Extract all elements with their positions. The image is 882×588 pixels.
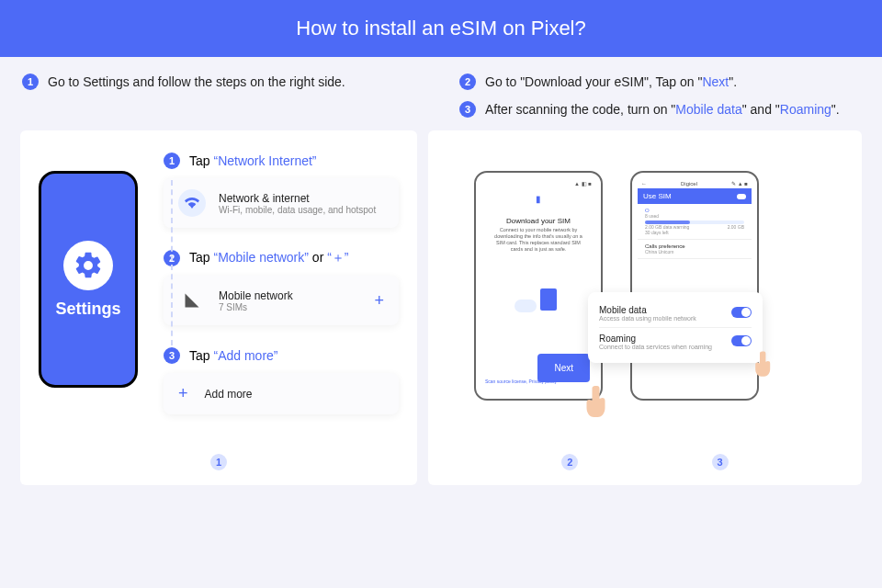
calls-pref-row[interactable]: Calls preference China Unicom — [638, 240, 752, 259]
roaming-title: Roaming — [599, 334, 712, 344]
panel-left: Settings 1 Tap “Network Internet” Networ… — [20, 130, 417, 485]
step-badge-1: 1 — [22, 74, 39, 90]
gear-icon-wrap — [63, 241, 113, 290]
instruction-1: 1 Go to Settings and follow the steps on… — [22, 74, 423, 90]
panels-row: Settings 1 Tap “Network Internet” Networ… — [0, 130, 882, 485]
roaming-row[interactable]: Roaming Connect to data services when ro… — [599, 327, 752, 356]
step-badge-3: 3 — [459, 101, 476, 118]
wifi-icon — [178, 189, 206, 217]
download-illustration — [481, 277, 595, 333]
plus-icon: + — [178, 384, 188, 403]
next-button[interactable]: Next — [537, 354, 590, 382]
plus-icon[interactable]: + — [374, 291, 384, 311]
header-title: How to install an eSIM on Pixel? — [296, 17, 586, 40]
gear-icon — [73, 250, 104, 281]
download-subtitle: Connect to your mobile network by downlo… — [481, 225, 595, 255]
highlight-roaming: Roaming — [780, 102, 831, 117]
cloud-icon — [514, 300, 537, 312]
download-sim-phone: ▲ ◧ ■ ▮ Download your SIM Connect to you… — [474, 171, 603, 401]
statusbar: ←Digicel✎ ▲ ■ — [638, 178, 752, 188]
sim-settings-phone: ←Digicel✎ ▲ ■ Use SIM O 8 used 2.00 GB d… — [630, 171, 759, 401]
settings-phone-mock: Settings — [39, 171, 138, 388]
step-1-badge: 1 — [164, 153, 180, 169]
footer-badge-3: 3 — [712, 454, 729, 470]
step-3-head: 3 Tap “Add more” — [164, 347, 399, 364]
page-header: How to install an eSIM on Pixel? — [0, 0, 882, 57]
step-2: 2 Tap “Mobile network” or “＋” Mobile net… — [164, 250, 399, 325]
step-2-highlight-b: “＋” — [327, 250, 348, 265]
card-sub: Wi-Fi, mobile, data usage, and hotspot — [219, 205, 376, 215]
statusbar: ▲ ◧ ■ — [481, 178, 595, 188]
instruction-right-col: 2 Go to "Download your eSIM", Tap on "Ne… — [459, 74, 860, 118]
panel-right-footer: 2 3 — [428, 454, 862, 470]
network-internet-card[interactable]: Network & internet Wi-Fi, mobile, data u… — [164, 178, 399, 228]
mobile-data-toggle[interactable] — [731, 307, 752, 318]
top-instructions: 1 Go to Settings and follow the steps on… — [0, 57, 882, 130]
step-3-badge: 3 — [164, 347, 180, 364]
steps-column: 1 Tap “Network Internet” Network & inter… — [164, 153, 399, 469]
instruction-2-text: Go to "Download your eSIM", Tap on "Next… — [485, 74, 737, 89]
hand-pointer-icon — [584, 384, 614, 421]
step-badge-2: 2 — [459, 74, 476, 90]
hand-pointer-icon — [753, 350, 777, 379]
mobile-data-sub: Access data using mobile network — [599, 315, 696, 322]
panel-right: ▲ ◧ ■ ▮ Download your SIM Connect to you… — [428, 130, 862, 485]
card-title: Mobile network — [219, 289, 293, 302]
roaming-sub: Connect to data services when roaming — [599, 344, 712, 350]
signal-icon — [178, 287, 206, 314]
data-usage-section: O 8 used 2.00 GB data warning 2.00 GB 30… — [638, 204, 752, 240]
highlight-mobile-data: Mobile data — [675, 102, 741, 117]
instruction-2: 2 Go to "Download your eSIM", Tap on "Ne… — [459, 74, 860, 90]
instruction-1-text: Go to Settings and follow the steps on t… — [48, 74, 345, 89]
step-3: 3 Tap “Add more” + Add more — [164, 347, 399, 414]
card-title: Add more — [205, 388, 253, 401]
mobile-network-card[interactable]: Mobile network 7 SIMs + — [164, 276, 399, 325]
card-sub: 7 SIMs — [219, 302, 293, 312]
toggle-on-icon — [737, 194, 746, 199]
card-title: Network & internet — [219, 192, 376, 205]
download-title: Download your SIM — [481, 217, 595, 225]
step-1-highlight: “Network Internet” — [213, 153, 316, 168]
toggles-overlay: Mobile data Access data using mobile net… — [588, 292, 763, 363]
step-1-head: 1 Tap “Network Internet” — [164, 153, 399, 169]
highlight-next: Next — [702, 74, 729, 89]
step-2-head: 2 Tap “Mobile network” or “＋” — [164, 250, 399, 266]
footer-badge-1: 1 — [210, 454, 227, 470]
add-more-card[interactable]: + Add more — [164, 373, 399, 414]
step-3-highlight: “Add more” — [213, 348, 277, 363]
instruction-3: 3 After scanning the code, turn on "Mobi… — [459, 101, 860, 118]
footer-badge-2: 2 — [561, 454, 578, 470]
settings-label: Settings — [55, 300, 120, 319]
instruction-1-wrap: 1 Go to Settings and follow the steps on… — [22, 74, 423, 118]
instruction-3-text: After scanning the code, turn on "Mobile… — [485, 102, 840, 117]
step-2-highlight-a: “Mobile network” — [213, 250, 308, 265]
sim-card-icon — [540, 288, 557, 311]
mobile-data-row[interactable]: Mobile data Access data using mobile net… — [599, 300, 752, 327]
mobile-data-title: Mobile data — [599, 305, 696, 315]
usage-bar — [645, 220, 744, 224]
use-sim-row[interactable]: Use SIM — [638, 188, 752, 204]
panel-left-footer: 1 — [20, 454, 417, 470]
sim-small-icon: ▮ — [481, 194, 595, 204]
step-1: 1 Tap “Network Internet” Network & inter… — [164, 153, 399, 228]
roaming-toggle[interactable] — [731, 335, 752, 346]
dashed-connector — [171, 180, 173, 345]
